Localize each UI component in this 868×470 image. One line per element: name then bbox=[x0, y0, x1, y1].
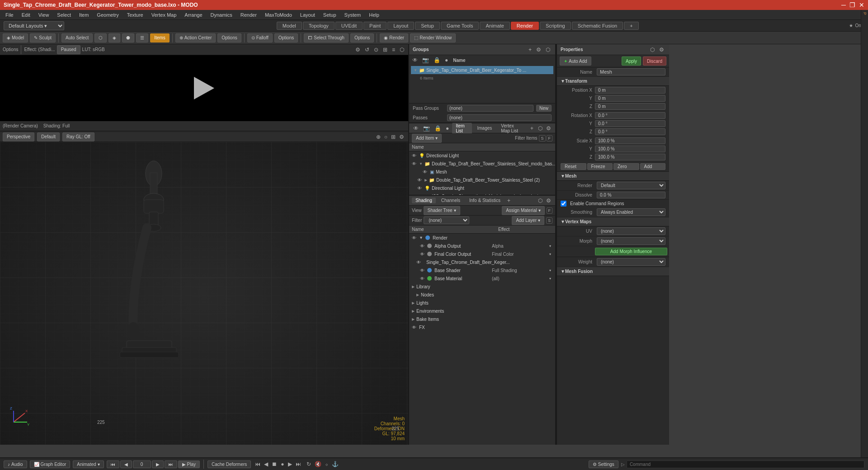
shading-row-library[interactable]: ▶ Library bbox=[409, 282, 555, 291]
items-button[interactable]: Items bbox=[150, 33, 169, 42]
close-button[interactable]: ✕ bbox=[859, 1, 864, 9]
info-statistics-tab[interactable]: Info & Statistics bbox=[466, 197, 504, 203]
transport-5[interactable]: ▶ bbox=[287, 461, 293, 468]
menu-vertex-map[interactable]: Vertex Map bbox=[148, 11, 180, 19]
tab-layout[interactable]: Layout bbox=[387, 22, 414, 30]
mute-icon[interactable]: 🔇 bbox=[313, 461, 323, 468]
item-list-view-icon[interactable]: 👁 bbox=[412, 125, 420, 132]
options-button-1[interactable]: Options bbox=[217, 33, 241, 42]
auto-add-button[interactable]: ✦ Auto Add bbox=[560, 56, 591, 66]
menu-view[interactable]: View bbox=[35, 11, 53, 19]
item-list-dot-icon[interactable]: ● bbox=[444, 125, 450, 132]
restore-button[interactable]: ❐ bbox=[849, 1, 855, 9]
reset-button[interactable]: Reset bbox=[561, 163, 586, 170]
layout-dropdown[interactable]: Default Layouts ▾ bbox=[4, 21, 64, 30]
transport-6[interactable]: ⏭ bbox=[294, 461, 302, 468]
tab-topology[interactable]: Topology bbox=[303, 22, 335, 30]
list-item-directional-light-2[interactable]: 👁 💡 Directional Light bbox=[415, 184, 555, 192]
shader-tree-dropdown[interactable]: Shader Tree ▾ bbox=[424, 206, 460, 215]
menu-maxtomodo[interactable]: MaxToModo bbox=[261, 11, 296, 19]
shading-row-single-tap[interactable]: 👁 Single_Tap_Chrome_Draft_Beer_Keger... bbox=[409, 258, 555, 266]
shading-row-final-color[interactable]: 👁 Final Color Output Final Color ▾ bbox=[409, 250, 555, 258]
sel-icon-1[interactable]: ⬡ bbox=[94, 33, 107, 42]
zero-button[interactable]: Zero bbox=[613, 163, 639, 170]
shading-row-nodes[interactable]: ▶ Nodes bbox=[409, 291, 555, 299]
preview-more-icon[interactable]: ≡ bbox=[391, 46, 396, 53]
groups-dot-icon[interactable]: ● bbox=[443, 56, 449, 64]
rotation-z-input[interactable] bbox=[595, 128, 665, 135]
dissolve-input[interactable] bbox=[597, 192, 665, 198]
menu-help[interactable]: Help bbox=[365, 11, 383, 19]
rotation-x-input[interactable] bbox=[595, 112, 665, 119]
groups-expand-icon[interactable]: ⬡ bbox=[544, 46, 552, 53]
tab-uvedit[interactable]: UVEdit bbox=[335, 22, 363, 30]
item-list-settings-icon[interactable]: ⚙ bbox=[545, 125, 552, 132]
list-item-iss-group[interactable]: 👁 ▼ 📁 ISS_Cupola_Observational_Module_mo… bbox=[409, 192, 555, 195]
menu-texture[interactable]: Texture bbox=[123, 11, 147, 19]
groups-tree-item[interactable]: ▼ 📁 Single_Tap_Chrome_Draft_Beer_Kegerat… bbox=[411, 66, 553, 74]
smoothing-dropdown[interactable]: Always Enabled bbox=[597, 208, 665, 216]
passes-dropdown[interactable] bbox=[447, 114, 552, 121]
frame-input[interactable] bbox=[133, 461, 151, 468]
weight-dropdown[interactable]: (none) bbox=[597, 258, 665, 266]
discard-button[interactable]: Discard bbox=[643, 56, 666, 66]
prop-name-input[interactable] bbox=[597, 68, 665, 75]
position-x-input[interactable] bbox=[595, 87, 665, 94]
item-vertex-map-tab[interactable]: Vertex Map List bbox=[497, 123, 527, 134]
shading-add-tab-icon[interactable]: + bbox=[506, 197, 512, 204]
groups-new-icon[interactable]: + bbox=[527, 46, 533, 53]
settings-button[interactable]: ⚙ Settings bbox=[589, 461, 618, 468]
item-list-add-tab-icon[interactable]: + bbox=[529, 125, 535, 132]
add-item-button[interactable]: Add Item ▾ bbox=[412, 134, 442, 143]
sel-icon-3[interactable]: ⬣ bbox=[122, 33, 134, 42]
mesh-section[interactable]: ▼ Mesh bbox=[557, 172, 669, 181]
channels-tab[interactable]: Channels bbox=[438, 197, 464, 203]
preview-expand-icon[interactable]: ⬡ bbox=[398, 46, 406, 53]
transport-4[interactable]: ● bbox=[279, 461, 285, 468]
next-frame-button[interactable]: ▶ bbox=[152, 461, 164, 468]
viewport-settings-2-icon[interactable]: ⚙ bbox=[398, 133, 406, 141]
tab-game-tools[interactable]: Game Tools bbox=[441, 22, 479, 30]
uv-dropdown[interactable]: (none) bbox=[597, 227, 665, 235]
preview-settings-icon[interactable]: ⚙ bbox=[354, 46, 362, 53]
menu-select[interactable]: Select bbox=[53, 11, 75, 19]
properties-settings-icon[interactable]: ⚙ bbox=[658, 46, 665, 53]
viewport-content[interactable]: X Y Z Mesh Channels: 0 Deformers: ON GL:… bbox=[0, 142, 408, 445]
play-button[interactable]: ▶ Play bbox=[178, 461, 200, 468]
cache-deformers-button[interactable]: Cache Deformers bbox=[208, 461, 251, 468]
item-list-lock-icon[interactable]: 🔒 bbox=[433, 125, 443, 132]
apply-button[interactable]: Apply bbox=[622, 56, 641, 66]
shading-expand-icon[interactable]: ⬡ bbox=[537, 197, 544, 204]
render-dropdown[interactable]: Default bbox=[597, 182, 665, 189]
scale-x-input[interactable] bbox=[595, 137, 665, 144]
shading-final-dropdown-icon[interactable]: ▾ bbox=[548, 252, 552, 257]
pass-new-button[interactable]: New bbox=[536, 105, 552, 112]
tab-render[interactable]: Render bbox=[511, 22, 539, 30]
shading-row-fx[interactable]: 👁 FX bbox=[409, 323, 555, 331]
filter-S-icon[interactable]: S bbox=[539, 135, 545, 141]
scale-z-input[interactable] bbox=[595, 154, 665, 160]
tab-animate[interactable]: Animate bbox=[480, 22, 509, 30]
transform-section[interactable]: ▼ Transform bbox=[557, 77, 669, 86]
item-list-expand-icon[interactable]: ⬡ bbox=[537, 125, 544, 132]
perspective-dropdown[interactable]: Perspective bbox=[3, 132, 34, 141]
shading-row-base-material[interactable]: 👁 Base Material (all) ▾ bbox=[409, 274, 555, 282]
groups-settings-icon[interactable]: ⚙ bbox=[535, 46, 542, 53]
sel-icon-4[interactable]: ☰ bbox=[136, 33, 148, 42]
shading-alpha-dropdown-icon[interactable]: ▾ bbox=[548, 244, 552, 249]
vertex-maps-section[interactable]: ▼ Vertex Maps bbox=[557, 217, 669, 226]
menu-setup[interactable]: Setup bbox=[320, 11, 340, 19]
shading-settings-icon[interactable]: ⚙ bbox=[545, 197, 552, 204]
menu-dynamics[interactable]: Dynamics bbox=[207, 11, 236, 19]
morph-dropdown[interactable]: (none) bbox=[597, 237, 665, 245]
preview-play-button[interactable] bbox=[191, 75, 218, 102]
preview-paused-button[interactable]: Paused bbox=[57, 45, 80, 54]
assign-material-button[interactable]: Assign Material ▾ bbox=[502, 206, 544, 215]
groups-camera-icon[interactable]: 📷 bbox=[421, 56, 430, 64]
transport-3[interactable]: ⏹ bbox=[270, 461, 278, 468]
render-button[interactable]: ◉ Render bbox=[380, 33, 408, 42]
shading-row-render[interactable]: 👁 ▼ Render bbox=[409, 234, 555, 242]
rotation-y-input[interactable] bbox=[595, 120, 665, 127]
add-layer-button[interactable]: Add Layer ▾ bbox=[512, 216, 544, 225]
tab-setup[interactable]: Setup bbox=[415, 22, 440, 30]
